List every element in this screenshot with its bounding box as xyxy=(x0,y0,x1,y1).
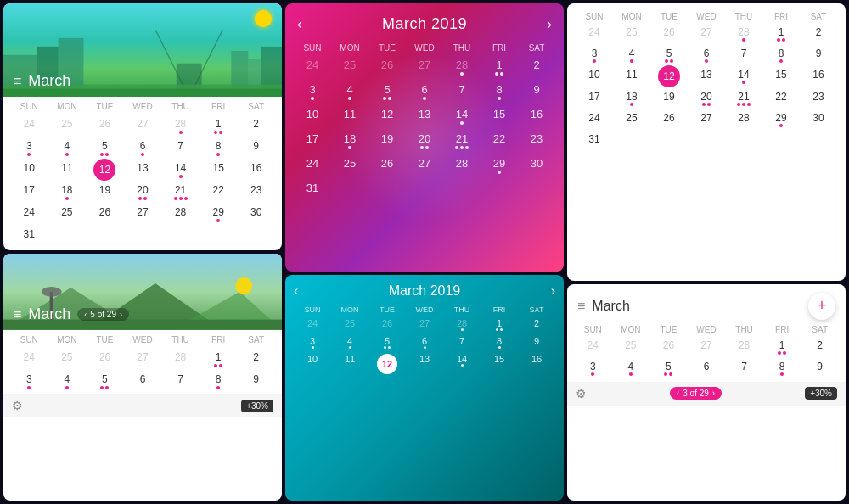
calendar-day-cell[interactable]: 6 xyxy=(406,333,443,351)
calendar-day-cell[interactable]: 25 xyxy=(331,54,368,79)
calendar-day-cell[interactable]: 1 xyxy=(481,316,518,333)
seattle-hamburger-icon[interactable]: ≡ xyxy=(14,307,21,322)
calendar-day-cell[interactable]: 10 xyxy=(576,65,613,87)
calendar-day-cell[interactable]: 17 xyxy=(294,128,331,153)
calendar-day-cell[interactable]: 15 xyxy=(481,104,518,128)
calendar-day-cell[interactable]: 6 xyxy=(406,79,443,104)
calendar-day-cell[interactable]: 28 xyxy=(161,115,200,137)
calendar-day-cell[interactable]: 26 xyxy=(86,115,124,137)
calendar-day-cell[interactable]: 12 xyxy=(650,65,688,87)
calendar-day-cell[interactable]: 13 xyxy=(406,351,443,376)
calendar-day-cell[interactable]: 5 xyxy=(649,357,688,378)
calendar-day-cell[interactable]: 14 xyxy=(443,351,481,376)
wplus-badge-prev[interactable]: ‹ xyxy=(677,389,679,398)
calendar-day-cell[interactable]: 8 xyxy=(481,333,518,351)
calendar-day-cell[interactable]: 27 xyxy=(124,203,162,225)
calendar-day-cell[interactable]: 21 xyxy=(161,181,200,203)
calendar-day-cell[interactable]: 4 xyxy=(613,44,650,65)
calendar-day-cell[interactable]: 3 xyxy=(576,44,613,65)
calendar-day-cell[interactable]: 3 xyxy=(574,357,612,378)
calendar-day-cell[interactable]: 1 xyxy=(763,336,801,357)
calendar-day-cell[interactable]: 13 xyxy=(406,104,443,128)
calendar-day-cell[interactable]: 23 xyxy=(800,87,837,109)
calendar-day-cell[interactable]: 7 xyxy=(725,44,762,65)
calendar-day-cell[interactable]: 15 xyxy=(762,65,800,87)
grad-next-nav[interactable]: › xyxy=(543,12,555,36)
calendar-day-cell[interactable]: 11 xyxy=(331,351,368,376)
calendar-day-cell[interactable]: 24 xyxy=(294,54,331,79)
calendar-day-cell[interactable]: 25 xyxy=(331,153,368,177)
badge-next-arrow[interactable]: › xyxy=(120,311,122,319)
calendar-day-cell[interactable]: 28 xyxy=(725,336,763,357)
calendar-day-cell[interactable]: 25 xyxy=(612,336,650,357)
calendar-day-cell[interactable]: 25 xyxy=(613,23,650,44)
calendar-day-cell[interactable]: 27 xyxy=(406,316,443,333)
calendar-day-cell[interactable]: 20 xyxy=(406,128,443,153)
calendar-day-cell[interactable]: 27 xyxy=(688,109,725,130)
calendar-day-cell[interactable]: 1 xyxy=(481,54,518,79)
calendar-day-cell[interactable]: 28 xyxy=(725,109,762,130)
calendar-day-cell[interactable]: 31 xyxy=(576,130,613,147)
settings-icon[interactable]: ⚙ xyxy=(12,399,23,412)
calendar-day-cell[interactable]: 27 xyxy=(406,54,443,79)
calendar-day-cell[interactable]: 28 xyxy=(161,203,200,225)
calendar-day-cell[interactable]: 12 xyxy=(368,351,406,376)
calendar-day-cell[interactable]: 9 xyxy=(237,370,275,392)
calendar-day-cell[interactable]: 18 xyxy=(331,128,368,153)
calendar-day-cell[interactable]: 22 xyxy=(200,181,238,203)
calendar-day-cell[interactable]: 22 xyxy=(762,87,800,109)
calendar-day-cell[interactable]: 23 xyxy=(237,181,275,203)
calendar-day-cell[interactable]: 26 xyxy=(650,23,688,44)
calendar-day-cell[interactable]: 30 xyxy=(237,203,275,225)
calendar-day-cell[interactable]: 26 xyxy=(650,109,688,130)
calendar-day-cell[interactable]: 11 xyxy=(613,65,650,87)
calendar-day-cell[interactable]: 27 xyxy=(688,23,725,44)
calendar-day-cell[interactable]: 10 xyxy=(10,159,48,181)
calendar-day-cell[interactable]: 17 xyxy=(10,181,48,203)
calendar-day-cell[interactable]: 16 xyxy=(518,351,555,376)
calendar-day-cell[interactable]: 12 xyxy=(368,104,406,128)
calendar-day-cell[interactable]: 26 xyxy=(368,316,406,333)
calendar-day-cell[interactable]: 5 xyxy=(86,137,124,159)
wplus-badge-next[interactable]: › xyxy=(712,389,715,398)
calendar-day-cell[interactable]: 7 xyxy=(443,79,481,104)
calendar-day-cell[interactable]: 14 xyxy=(725,65,762,87)
calendar-day-cell[interactable]: 27 xyxy=(124,115,162,137)
calendar-day-cell[interactable]: 29 xyxy=(200,203,238,225)
calendar-day-cell[interactable]: 5 xyxy=(368,333,406,351)
calendar-day-cell[interactable]: 29 xyxy=(762,109,800,130)
calendar-day-cell[interactable]: 25 xyxy=(331,316,368,333)
calendar-day-cell[interactable]: 3 xyxy=(10,137,48,159)
calendar-day-cell[interactable]: 19 xyxy=(368,128,406,153)
calendar-day-cell[interactable]: 31 xyxy=(10,225,48,242)
pagination-badge[interactable]: ‹ 5 of 29 › xyxy=(77,308,129,321)
calendar-day-cell[interactable]: 24 xyxy=(576,23,613,44)
calendar-day-cell[interactable]: 25 xyxy=(48,203,87,225)
calendar-day-cell[interactable]: 2 xyxy=(518,54,555,79)
calendar-day-cell[interactable]: 2 xyxy=(237,115,275,137)
calendar-day-cell[interactable]: 16 xyxy=(800,65,837,87)
calendar-day-cell[interactable]: 27 xyxy=(688,336,726,357)
calendar-day-cell[interactable]: 9 xyxy=(800,44,837,65)
calendar-day-cell[interactable]: 13 xyxy=(688,65,725,87)
calendar-day-cell[interactable]: 4 xyxy=(331,79,368,104)
calendar-day-cell[interactable]: 4 xyxy=(612,357,650,378)
calendar-day-cell[interactable]: 14 xyxy=(443,104,481,128)
calendar-day-cell[interactable]: 24 xyxy=(294,316,331,333)
calendar-day-cell[interactable]: 9 xyxy=(518,79,555,104)
calendar-day-cell[interactable]: 26 xyxy=(86,348,124,370)
calendar-day-cell[interactable]: 22 xyxy=(481,128,518,153)
hamburger-icon[interactable]: ≡ xyxy=(14,74,21,89)
calendar-day-cell[interactable]: 8 xyxy=(200,370,238,392)
calendar-day-cell[interactable]: 6 xyxy=(124,370,162,392)
calendar-day-cell[interactable]: 7 xyxy=(161,370,200,392)
calendar-day-cell[interactable]: 8 xyxy=(763,357,801,378)
calendar-day-cell[interactable]: 19 xyxy=(86,181,124,203)
calendar-day-cell[interactable]: 14 xyxy=(161,159,200,181)
calendar-day-cell[interactable]: 24 xyxy=(10,115,48,137)
calendar-day-cell[interactable]: 9 xyxy=(518,333,555,351)
grad-prev-nav[interactable]: ‹ xyxy=(294,12,306,36)
badge-prev-arrow[interactable]: ‹ xyxy=(84,311,87,319)
calendar-day-cell[interactable]: 24 xyxy=(574,336,612,357)
calendar-day-cell[interactable]: 26 xyxy=(368,54,406,79)
